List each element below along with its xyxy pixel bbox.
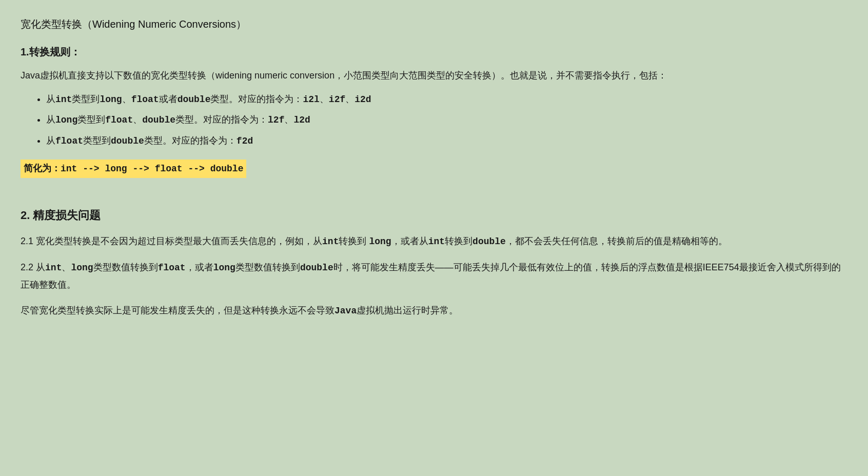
page-container: 宽化类型转换（Widening Numeric Conversions） 1.转… — [21, 15, 847, 320]
section-2-para-2: 2.2 从int、long类型数值转换到float，或者long类型数值转换到d… — [21, 259, 847, 293]
bullet-list: 从int类型到long、float或者double类型。对应的指令为：i2l、i… — [46, 91, 847, 150]
section-1-intro: Java虚拟机直接支持以下数值的宽化类型转换（widening numeric … — [21, 68, 847, 84]
page-title: 宽化类型转换（Widening Numeric Conversions） — [21, 15, 847, 33]
list-item: 从float类型到double类型。对应的指令为：f2d — [46, 133, 847, 150]
section-2-para-3: 尽管宽化类型转换实际上是可能发生精度丢失的，但是这种转换永远不会导致Java虚拟… — [21, 302, 847, 319]
section-2: 2. 精度损失问题 2.1 宽化类型转换是不会因为超过目标类型最大值而丢失信息的… — [21, 206, 847, 320]
section-2-para-1: 2.1 宽化类型转换是不会因为超过目标类型最大值而丢失信息的，例如，从int转换… — [21, 233, 847, 250]
section-2-heading: 2. 精度损失问题 — [21, 206, 847, 225]
list-item: 从int类型到long、float或者double类型。对应的指令为：i2l、i… — [46, 91, 847, 108]
list-item: 从long类型到float、double类型。对应的指令为：l2f、l2d — [46, 112, 847, 129]
highlight-summary: 简化为：int --> long --> float --> double — [21, 160, 246, 178]
section-1-heading: 1.转换规则： — [21, 43, 847, 61]
section-1: 1.转换规则： Java虚拟机直接支持以下数值的宽化类型转换（widening … — [21, 43, 847, 190]
